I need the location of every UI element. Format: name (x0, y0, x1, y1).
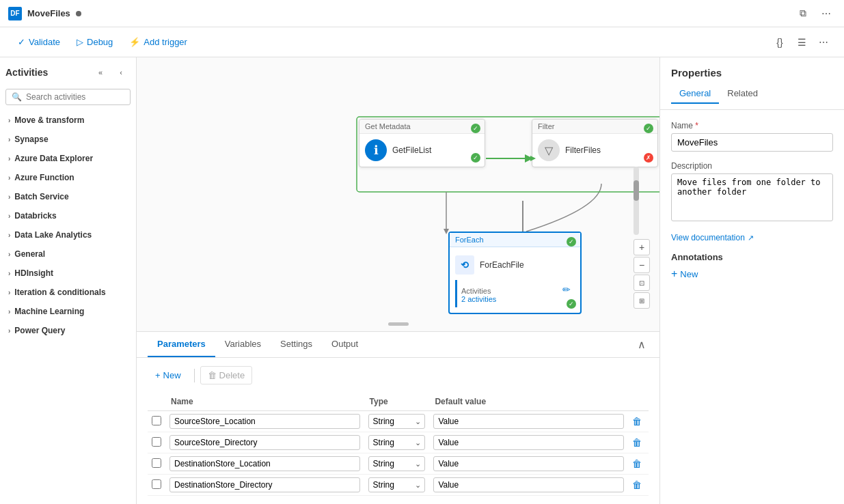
param-default-1[interactable] (433, 414, 624, 429)
new-param-button[interactable]: + New (148, 366, 189, 384)
chevron-icon: › (8, 212, 10, 220)
tab-related[interactable]: Related (719, 84, 766, 104)
add-annotation-button[interactable]: + New (671, 268, 698, 280)
tab-parameters[interactable]: Parameters (148, 332, 215, 357)
filter-error-icon: ✗ (644, 153, 653, 163)
external-link-icon: ↗ (748, 234, 754, 242)
row-checkbox-1[interactable] (152, 416, 161, 425)
delete-row-4[interactable]: 🗑 (632, 479, 642, 490)
col-type: Type (364, 393, 430, 411)
collapse-icon[interactable]: « (91, 63, 110, 82)
sidebar-item-synapse[interactable]: › Synapse (0, 130, 136, 149)
tab-output[interactable]: Output (322, 332, 368, 357)
description-textarea[interactable]: Move files from one folder to another fo… (671, 173, 833, 221)
app-icon: DF (8, 7, 22, 20)
sidebar-item-azure-function[interactable]: › Azure Function (0, 168, 136, 187)
validate-button[interactable]: ✓ Validate (11, 33, 67, 51)
param-default-2[interactable] (433, 435, 624, 450)
properties-panel-icon[interactable]: ☰ (792, 33, 811, 52)
foreach-label: ForEachFile (480, 260, 524, 270)
zoom-controls: + − ⊡ ⊞ (634, 167, 650, 309)
zoom-in-button[interactable]: + (634, 239, 650, 255)
more-options-icon[interactable]: ⋯ (817, 4, 836, 23)
sidebar-item-batch-service[interactable]: › Batch Service (0, 187, 136, 206)
sidebar-item-general[interactable]: › General (0, 244, 136, 264)
sidebar: Activities « ‹ 🔍 › Move & transform › Sy… (0, 57, 137, 504)
edit-icon[interactable]: ✏ (562, 284, 571, 295)
sidebar-item-hdinsight[interactable]: › HDInsight (0, 264, 136, 283)
filter-icon[interactable]: ‹ (111, 63, 131, 82)
sidebar-item-databricks[interactable]: › Databricks (0, 206, 136, 225)
param-default-3[interactable] (433, 456, 624, 471)
tab-general[interactable]: General (671, 84, 719, 104)
table-row: StringIntFloatBool 🗑 (148, 411, 649, 432)
chevron-icon: › (8, 117, 10, 124)
name-field-group: Name * (671, 121, 833, 161)
description-label: Description (671, 161, 833, 171)
param-type-4[interactable]: StringIntFloatBool (368, 477, 426, 492)
center-pane: Get Metadata ℹ GetFileList ✓ ✓ Filter (137, 57, 659, 504)
fit-view-button[interactable]: ⊡ (634, 275, 650, 291)
row-checkbox-2[interactable] (152, 437, 161, 447)
get-metadata-label: GetFileList (392, 145, 431, 155)
activities-count: 2 activities (461, 295, 571, 303)
param-type-1[interactable]: StringIntFloatBool (368, 414, 426, 429)
diagram-view-button[interactable]: ⊞ (634, 292, 650, 309)
delete-row-3[interactable]: 🗑 (632, 458, 642, 469)
param-name-4[interactable] (169, 477, 360, 492)
get-metadata-body: ℹ GetFileList (359, 134, 485, 167)
scroll-track (634, 167, 639, 235)
search-box: 🔍 (5, 89, 131, 105)
param-type-2[interactable]: StringIntFloatBool (368, 435, 426, 450)
filter-node[interactable]: Filter ▽ FilterFiles ✓ ✗ (532, 119, 658, 167)
toolbar-actions: {} ☰ ⋯ (770, 33, 833, 52)
sidebar-item-power-query[interactable]: › Power Query (0, 321, 136, 340)
get-metadata-node[interactable]: Get Metadata ℹ GetFileList ✓ ✓ (359, 119, 485, 167)
param-type-3[interactable]: StringIntFloatBool (368, 456, 426, 471)
filter-icon: ▽ (538, 139, 560, 161)
tab-variables[interactable]: Variables (215, 332, 271, 357)
trigger-icon: ⚡ (129, 37, 140, 47)
delete-row-2[interactable]: 🗑 (632, 437, 642, 448)
annotations-section: Annotations + New (671, 252, 833, 280)
plus-annotation-icon: + (671, 268, 677, 280)
sidebar-header: Activities « ‹ (0, 57, 136, 86)
param-toolbar: + New 🗑 Delete (148, 366, 649, 384)
delete-row-1[interactable]: 🗑 (632, 416, 642, 427)
foreach-node[interactable]: ForEach ⟲ ForEachFile Activities ✏ 2 act… (448, 232, 582, 314)
close-bottom-panel[interactable]: ∧ (635, 335, 649, 354)
zoom-out-button[interactable]: − (634, 257, 650, 273)
tab-settings[interactable]: Settings (271, 332, 322, 357)
horizontal-scroll-indicator (388, 322, 409, 326)
code-view-icon[interactable]: {} (770, 33, 789, 52)
sidebar-item-machine-learning[interactable]: › Machine Learning (0, 302, 136, 321)
view-docs-link[interactable]: View documentation ↗ (671, 233, 833, 242)
sidebar-item-data-lake-analytics[interactable]: › Data Lake Analytics (0, 225, 136, 244)
param-name-1[interactable] (169, 414, 360, 429)
type-select-wrapper-2: StringIntFloatBool (368, 435, 426, 450)
sidebar-item-move-transform[interactable]: › Move & transform (0, 111, 136, 130)
activities-label: Activities (461, 287, 491, 295)
sidebar-item-azure-data-explorer[interactable]: › Azure Data Explorer (0, 149, 136, 168)
success-check-2-icon: ✓ (471, 153, 480, 163)
row-checkbox-3[interactable] (152, 458, 161, 468)
param-default-4[interactable] (433, 477, 624, 492)
filter-label: FilterFiles (565, 145, 601, 155)
debug-button[interactable]: ▷ Debug (70, 33, 120, 51)
add-trigger-button[interactable]: ⚡ Add trigger (122, 33, 194, 51)
trash-icon: 🗑 (208, 370, 217, 380)
row-checkbox-4[interactable] (152, 479, 161, 489)
more-toolbar-icon[interactable]: ⋯ (814, 33, 833, 52)
delete-param-button[interactable]: 🗑 Delete (200, 366, 253, 384)
bottom-panel: Parameters Variables Settings Output ∧ + (137, 331, 659, 504)
param-name-3[interactable] (169, 456, 360, 471)
sidebar-item-iteration-conditionals[interactable]: › Iteration & conditionals (0, 283, 136, 302)
param-name-2[interactable] (169, 435, 360, 450)
search-input[interactable] (26, 92, 124, 102)
canvas[interactable]: Get Metadata ℹ GetFileList ✓ ✓ Filter (137, 57, 659, 331)
col-name: Name (165, 393, 364, 411)
scroll-thumb[interactable] (634, 180, 639, 201)
name-input[interactable] (671, 133, 833, 152)
split-view-icon[interactable]: ⧉ (793, 4, 813, 23)
description-field-group: Description Move files from one folder t… (671, 161, 833, 233)
